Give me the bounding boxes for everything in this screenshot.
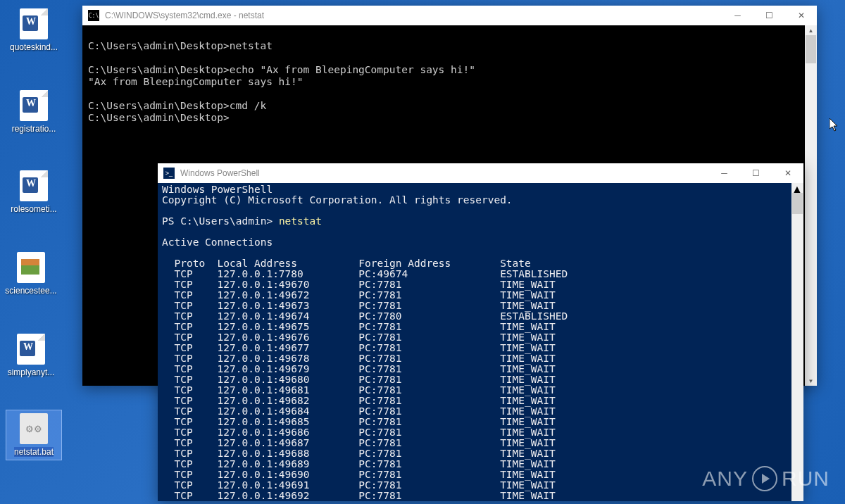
anyrun-watermark: ANY RUN <box>702 466 830 491</box>
icon-label: registratio... <box>12 124 56 134</box>
desktop-icon-rolesometi[interactable]: rolesometi... <box>6 168 62 217</box>
desktop-icon-netstatbat[interactable]: netstat.bat <box>6 410 62 460</box>
icon-label: sciencestee... <box>5 286 56 296</box>
powershell-icon: >_ <box>163 168 175 179</box>
close-button[interactable]: ✕ <box>772 163 803 183</box>
ps-titlebar[interactable]: >_ Windows PowerShell ─ ☐ ✕ <box>158 163 803 183</box>
minimize-button[interactable]: ─ <box>722 6 753 25</box>
ps-title: Windows PowerShell <box>180 168 708 178</box>
other-file-icon <box>17 252 45 283</box>
word-file-icon <box>20 170 48 201</box>
ps-scrollbar[interactable]: ▲ ▼ <box>791 183 803 501</box>
icon-label: netstat.bat <box>14 447 54 457</box>
desktop-icon-sciencestee[interactable]: sciencestee... <box>3 249 59 298</box>
word-file-icon <box>17 334 45 365</box>
watermark-pre: ANY <box>702 467 748 491</box>
maximize-button[interactable]: ☐ <box>740 163 772 183</box>
desktop-icon-quoteskind[interactable]: quoteskind... <box>6 6 62 55</box>
icon-label: quoteskind... <box>10 42 58 52</box>
cmd-title: C:\WINDOWS\system32\cmd.exe - netstat <box>105 11 722 20</box>
maximize-button[interactable]: ☐ <box>753 6 785 25</box>
scroll-up-icon[interactable]: ▲ <box>805 25 817 35</box>
scroll-thumb[interactable] <box>792 193 803 214</box>
cmd-scrollbar[interactable]: ▲ ▼ <box>805 25 817 386</box>
close-button[interactable]: ✕ <box>785 6 817 25</box>
cmd-window-controls: ─ ☐ ✕ <box>722 6 817 25</box>
scroll-thumb[interactable] <box>806 35 816 63</box>
minimize-button[interactable]: ─ <box>708 163 740 183</box>
bat-file-icon <box>20 413 48 444</box>
word-file-icon <box>20 8 48 39</box>
icon-label: rolesometi... <box>11 204 56 214</box>
ps-window-controls: ─ ☐ ✕ <box>708 163 803 183</box>
play-icon <box>752 466 777 491</box>
icon-label: simplyanyt... <box>8 367 55 377</box>
scroll-down-icon[interactable]: ▼ <box>805 376 817 386</box>
desktop-icon-registratio[interactable]: registratio... <box>6 87 62 137</box>
desktop-icon-simplyanyt[interactable]: simplyanyt... <box>3 331 59 380</box>
cmd-titlebar[interactable]: C:\ C:\WINDOWS\system32\cmd.exe - netsta… <box>82 6 817 25</box>
word-file-icon <box>20 90 48 121</box>
ps-output[interactable]: Windows PowerShell Copyright (C) Microso… <box>158 183 791 501</box>
cmd-icon: C:\ <box>88 10 99 21</box>
powershell-window[interactable]: >_ Windows PowerShell ─ ☐ ✕ Windows Powe… <box>158 163 803 501</box>
watermark-post: RUN <box>782 467 830 491</box>
